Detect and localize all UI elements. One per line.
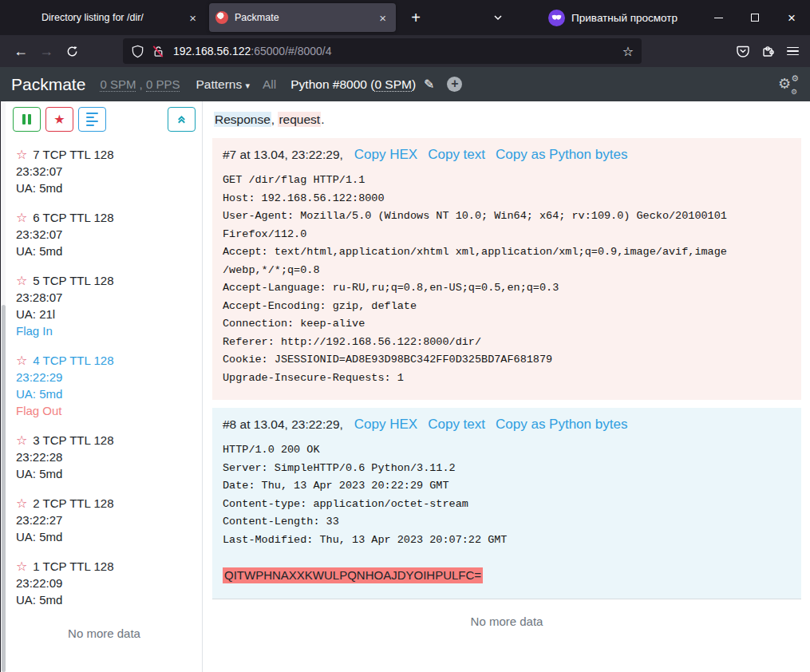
http-line: Accept-Language: ru-RU,ru;q=0.8,en-US;q=… bbox=[223, 279, 791, 298]
http-line: Firefox/112.0 bbox=[223, 226, 791, 244]
edit-service-pencil-icon[interactable]: ✎ bbox=[424, 77, 434, 92]
maximize-button[interactable] bbox=[737, 0, 773, 35]
packmate-brand[interactable]: Packmate bbox=[11, 75, 85, 94]
http-line: Content-type: application/octet-stream bbox=[223, 496, 791, 514]
stream-item[interactable]: ☆1 TCP TTL 12823:22:09UA: 5md bbox=[16, 558, 194, 608]
pause-button[interactable] bbox=[13, 107, 41, 132]
favorite-star-icon[interactable]: ☆ bbox=[16, 432, 27, 449]
stream-user-agent: UA: 5md bbox=[16, 528, 194, 545]
sidebar-controls: ★ bbox=[6, 101, 202, 136]
stream-item[interactable]: ☆2 TCP TTL 12823:22:27UA: 5md bbox=[16, 495, 194, 545]
flag-in-link[interactable]: Flag In bbox=[16, 322, 194, 339]
stream-title: 4 TCP TTL 128 bbox=[33, 352, 113, 369]
caret-down-icon: ▾ bbox=[245, 81, 250, 90]
http-line: Connection: keep-alive bbox=[223, 315, 791, 334]
stream-time: 23:22:28 bbox=[16, 449, 194, 465]
sidebar-scrollbar-thumb[interactable] bbox=[2, 305, 6, 672]
patterns-dropdown[interactable]: Patterns ▾ bbox=[196, 77, 250, 92]
minimize-button[interactable] bbox=[700, 0, 737, 35]
stream-time: 23:22:09 bbox=[16, 575, 194, 591]
shield-icon[interactable] bbox=[131, 45, 144, 58]
stream-title: 1 TCP TTL 128 bbox=[33, 558, 113, 575]
favorite-star-icon[interactable]: ☆ bbox=[16, 558, 27, 575]
http-line: Content-Length: 33 bbox=[223, 513, 791, 532]
copy-link-copy-hex[interactable]: Copy HEX bbox=[354, 417, 417, 433]
star-filled-icon: ★ bbox=[53, 112, 65, 127]
stream-user-agent: UA: 21l bbox=[16, 306, 194, 322]
stream-user-agent: UA: 5md bbox=[16, 591, 194, 608]
close-icon: × bbox=[788, 11, 796, 25]
list-view-button[interactable] bbox=[78, 107, 106, 132]
packet-card-response: #8 at 13.04, 23:22:29,Copy HEXCopy textC… bbox=[212, 408, 801, 599]
http-line: GET /dir/flag HTTP/1.1 bbox=[223, 172, 791, 190]
service-all-link[interactable]: All bbox=[263, 77, 276, 92]
legend-request: request bbox=[278, 112, 321, 127]
tab-directory-listing[interactable]: Directory listing for /dir/ × bbox=[6, 3, 206, 32]
content-area: ★ ☆7 TCP TTL 12823:32:07UA: 5md☆6 TCP TT… bbox=[0, 101, 810, 672]
stream-item[interactable]: ☆6 TCP TTL 12823:32:07UA: 5md bbox=[16, 209, 194, 259]
stream-legend: Response, request. bbox=[214, 113, 801, 127]
tab-close-icon[interactable]: × bbox=[186, 11, 200, 25]
url-host: 192.168.56.122 bbox=[173, 45, 251, 57]
favorite-star-icon[interactable]: ☆ bbox=[16, 352, 27, 369]
private-browsing-badge: Приватный просмотр bbox=[548, 10, 678, 26]
sidebar-no-more-data: No more data bbox=[6, 627, 202, 640]
copy-link-copy-as-python-bytes[interactable]: Copy as Python bytes bbox=[496, 417, 627, 433]
stream-time: 23:22:29 bbox=[16, 369, 194, 385]
stream-list: ☆7 TCP TTL 12823:32:07UA: 5md☆6 TCP TTL … bbox=[6, 136, 202, 608]
copy-link-copy-text[interactable]: Copy text bbox=[428, 147, 485, 163]
stream-item[interactable]: ☆4 TCP TTL 12823:22:29UA: 5mdFlag Out bbox=[16, 352, 194, 419]
stream-item[interactable]: ☆5 TCP TTL 12823:28:07UA: 21lFlag In bbox=[16, 272, 194, 339]
tab-packmate[interactable]: Packmate × bbox=[209, 3, 396, 32]
stream-user-agent: UA: 5md bbox=[16, 243, 194, 259]
service-spm-stat: 0 SPM bbox=[374, 77, 412, 92]
http-line: Date: Thu, 13 Apr 2023 20:22:29 GMT bbox=[223, 477, 791, 496]
copy-link-copy-hex[interactable]: Copy HEX bbox=[354, 147, 417, 163]
http-line: Host: 192.168.56.122:8000 bbox=[223, 190, 791, 208]
settings-gears-icon[interactable]: ⚙ ⚙ ⚙ bbox=[778, 75, 799, 94]
favorite-star-icon[interactable]: ☆ bbox=[16, 209, 27, 226]
list-all-tabs-chevron-icon[interactable] bbox=[492, 12, 504, 23]
blank-line bbox=[223, 549, 791, 567]
legend-response: Response bbox=[214, 112, 271, 127]
http-line: Accept: text/html,application/xhtml xml,… bbox=[223, 243, 791, 262]
pps-stat: 0 PPS bbox=[146, 77, 180, 92]
extensions-puzzle-icon[interactable] bbox=[761, 44, 776, 58]
close-button[interactable]: × bbox=[773, 0, 810, 35]
add-service-button[interactable]: + bbox=[447, 77, 462, 92]
copy-link-copy-as-python-bytes[interactable]: Copy as Python bytes bbox=[496, 147, 627, 163]
flag-out-link[interactable]: Flag Out bbox=[16, 402, 194, 419]
packets-no-more-data: No more data bbox=[212, 615, 801, 628]
stream-item[interactable]: ☆3 TCP TTL 12823:22:28UA: 5md bbox=[16, 432, 194, 482]
favorite-star-icon[interactable]: ☆ bbox=[16, 495, 27, 512]
url-bar[interactable]: 192.168.56.122:65000/#/8000/4 ☆ bbox=[123, 38, 642, 64]
url-path: :65000/#/8000/4 bbox=[251, 45, 331, 57]
stream-item[interactable]: ☆7 TCP TTL 12823:32:07UA: 5md bbox=[16, 146, 194, 196]
reload-button[interactable] bbox=[59, 39, 85, 63]
scroll-to-top-button[interactable] bbox=[168, 107, 196, 132]
pause-icon bbox=[22, 114, 31, 125]
favorite-star-icon[interactable]: ☆ bbox=[16, 272, 27, 289]
private-browsing-label: Приватный просмотр bbox=[571, 12, 678, 24]
favorite-star-icon[interactable]: ☆ bbox=[16, 146, 27, 163]
bookmark-star-icon[interactable]: ☆ bbox=[622, 44, 634, 59]
pocket-icon[interactable] bbox=[736, 44, 750, 58]
stream-title: 7 TCP TTL 128 bbox=[33, 146, 113, 163]
list-icon bbox=[86, 113, 98, 127]
new-tab-button[interactable]: + bbox=[404, 6, 428, 30]
service-python-8000-link[interactable]: Python #8000 (0 SPM) bbox=[290, 77, 416, 92]
favorites-filter-button[interactable]: ★ bbox=[45, 107, 73, 132]
spm-stat: 0 SPM bbox=[100, 77, 136, 92]
stream-user-agent: UA: 5md bbox=[16, 385, 194, 402]
stream-user-agent: UA: 5md bbox=[16, 465, 194, 482]
copy-link-copy-text[interactable]: Copy text bbox=[428, 417, 485, 433]
stream-title: 2 TCP TTL 128 bbox=[33, 495, 113, 512]
insecure-lock-icon[interactable] bbox=[152, 45, 165, 58]
tab-close-icon[interactable]: × bbox=[376, 11, 389, 25]
flag-highlight[interactable]: QITWPHNAXXKWULPQNHOAJDYOIHPULFC= bbox=[223, 567, 483, 583]
http-line: Referer: http://192.168.56.122:8000/dir/ bbox=[223, 334, 791, 352]
back-button[interactable]: ← bbox=[8, 39, 34, 63]
sidebar-scrollbar[interactable] bbox=[1, 101, 6, 672]
stream-title: 6 TCP TTL 128 bbox=[33, 209, 113, 226]
menu-hamburger-icon[interactable] bbox=[787, 47, 799, 56]
